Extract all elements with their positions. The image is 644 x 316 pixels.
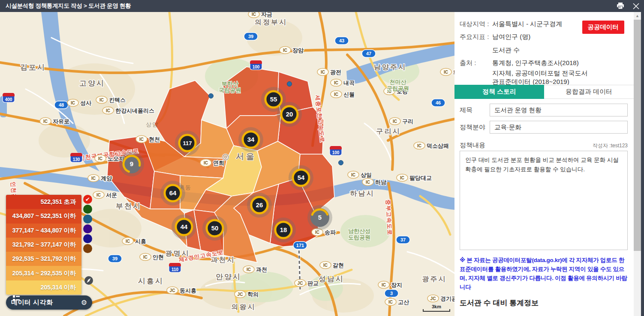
svg-text:IC: IC — [247, 267, 251, 272]
library-count-marker[interactable]: 5 — [307, 205, 332, 230]
data-visualize-button[interactable]: 데이터 시각화 ⚙ — [6, 295, 92, 310]
color-scheme-circle[interactable] — [83, 244, 92, 253]
target-region-value: 서울특별시 - 시군구경계 — [492, 20, 591, 28]
svg-text:갈현: 갈현 — [333, 262, 344, 268]
svg-text:IC: IC — [400, 176, 404, 180]
svg-text:JC: JC — [430, 296, 436, 301]
city-label: 의왕시 — [232, 303, 256, 310]
library-count-marker[interactable]: 64 — [160, 181, 185, 206]
svg-text:고산: 고산 — [398, 299, 409, 305]
svg-text:시흥: 시흥 — [135, 238, 146, 244]
city-label: 고양시 — [79, 79, 105, 87]
color-scheme-circle[interactable]: ✔ — [83, 195, 92, 204]
svg-text:46: 46 — [436, 100, 441, 105]
marker-count-value: 44 — [181, 223, 188, 230]
svg-text:IC: IC — [98, 156, 102, 161]
ic-label: JC동시흥 — [167, 287, 196, 294]
svg-text:400: 400 — [5, 97, 12, 102]
choropleth-legend: 522,351 초과434,807 ~ 522,351 이하377,147 ~ … — [6, 195, 81, 295]
city-label: 광명시 — [166, 250, 190, 257]
gear-icon[interactable]: ⚙ — [81, 299, 87, 306]
svg-text:43: 43 — [339, 38, 344, 43]
facility-point-dot[interactable] — [287, 82, 292, 86]
public-data-button[interactable]: 공공데이터 — [582, 21, 625, 34]
library-count-marker[interactable]: 34 — [238, 127, 263, 152]
scrollbar-thumb[interactable] — [634, 20, 641, 251]
city-label: 안양시 — [216, 273, 241, 281]
scroll-up-arrow[interactable]: ▲ — [634, 12, 641, 19]
svg-text:JC: JC — [298, 281, 303, 286]
district-label: 상암 — [146, 121, 159, 128]
svg-text:서운: 서운 — [106, 192, 117, 198]
check-icon: ✔ — [83, 195, 92, 204]
title-input[interactable] — [490, 104, 628, 116]
svg-text:안현: 안현 — [153, 254, 164, 260]
city-label: 김포시 — [20, 63, 46, 72]
svg-text:계양: 계양 — [101, 175, 112, 182]
scale-label: 3km — [432, 304, 441, 309]
legend-range-row: 292,535 ~ 321,792 이하 — [6, 252, 81, 266]
marker-count-value: 20 — [286, 110, 293, 118]
tab-fusion-result-data[interactable]: 융합결과 데이터 — [544, 85, 634, 99]
color-scheme-circle[interactable] — [83, 205, 92, 214]
ic-label: IC팔당대교 — [397, 174, 432, 182]
legend-range-row: 377,147 ~ 434,807 이하 — [6, 224, 81, 238]
library-count-marker[interactable]: 117 — [175, 131, 200, 155]
breadcrumb: 시설분석형 정책통계지도 작성 > 도서관 운영 현황 — [6, 2, 131, 10]
svg-text:IC: IC — [417, 143, 421, 148]
svg-text:IC: IC — [96, 193, 101, 197]
svg-text:100: 100 — [253, 65, 260, 69]
content-textarea[interactable] — [460, 151, 628, 250]
color-scheme-circle[interactable] — [83, 215, 92, 224]
tab-policy-story[interactable]: 정책 스토리 — [454, 85, 544, 99]
city-label: 성남시 — [319, 275, 344, 283]
road-shield: 46 — [431, 99, 445, 107]
panel-scrollbar[interactable]: ▲ — [634, 12, 641, 316]
road-shield: 39 — [244, 33, 258, 40]
road-shield: 110 — [169, 263, 181, 272]
library-count-marker[interactable]: 54 — [289, 165, 313, 190]
facility-point-dot[interactable] — [339, 161, 343, 165]
svg-text:장지: 장지 — [391, 282, 402, 288]
library-count-marker[interactable]: 44 — [172, 215, 196, 239]
map-canvas[interactable]: 인천국제공항고속도로인천김포고속도로제2경인고속도로세종포천고속도로중부고속도로… — [0, 12, 454, 316]
svg-text:IC: IC — [204, 161, 208, 165]
category-input[interactable] — [490, 121, 628, 134]
library-count-marker[interactable]: 20 — [277, 102, 302, 127]
facility-point-dot[interactable] — [209, 94, 214, 98]
svg-text:자유로: 자유로 — [53, 118, 69, 125]
library-count-marker[interactable]: 50 — [202, 216, 227, 241]
library-count-marker[interactable]: 9 — [119, 152, 144, 176]
titlebar: 시설분석형 정책통계지도 작성 > 도서관 운영 현황 — [0, 0, 644, 12]
ic-label: JC경기광주 — [427, 295, 454, 302]
author-label: 작성자 :test123 — [593, 142, 628, 149]
svg-text:IC: IC — [91, 176, 96, 181]
svg-text:IC: IC — [315, 230, 319, 235]
marker-count-value: 34 — [247, 136, 255, 143]
ic-label: IC한강시네폴리스 — [102, 107, 154, 114]
print-button[interactable] — [616, 1, 625, 11]
compass-button[interactable] — [84, 276, 93, 285]
library-count-marker[interactable]: 18 — [271, 218, 296, 242]
svg-text:IC: IC — [444, 70, 448, 75]
stats-heading: 도서관 수 대비 통계정보 — [460, 298, 539, 308]
legend-range-row: 522,351 초과 — [6, 195, 81, 209]
city-label: 부천시 — [116, 202, 141, 210]
svg-text:상일: 상일 — [361, 172, 372, 178]
indicator-label: 주요지표 : — [460, 33, 492, 41]
close-button[interactable] — [631, 1, 641, 11]
svg-text:IC: IC — [126, 239, 130, 244]
marker-count-value: 64 — [169, 189, 177, 197]
printer-icon — [617, 3, 624, 9]
svg-text:IC: IC — [252, 12, 256, 17]
svg-text:IC: IC — [43, 119, 48, 124]
road-shield: 130 — [70, 153, 82, 162]
park-label: 남한산성도립공원 — [348, 228, 370, 241]
svg-text:경기광주: 경기광주 — [440, 295, 454, 302]
library-count-marker[interactable]: 26 — [247, 193, 272, 218]
city-label: 의정부시 — [255, 18, 287, 26]
color-scheme-circle[interactable] — [83, 234, 92, 243]
svg-text:171: 171 — [296, 243, 304, 248]
app-window: 시설분석형 정책통계지도 작성 > 도서관 운영 현황 — [0, 0, 644, 316]
color-scheme-circle[interactable] — [83, 224, 92, 233]
